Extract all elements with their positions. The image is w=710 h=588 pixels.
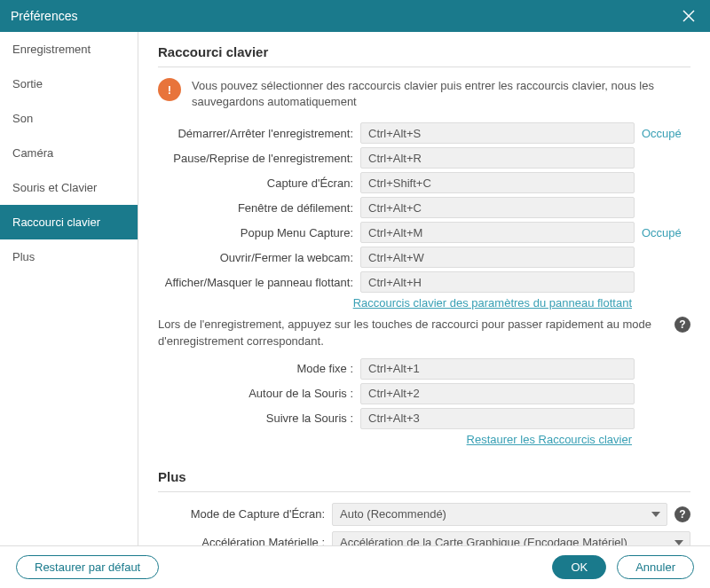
help-icon[interactable]: ? bbox=[674, 317, 690, 333]
field-label: Mode fixe : bbox=[158, 362, 353, 375]
sidebar-item-output[interactable]: Sortie bbox=[0, 67, 138, 101]
shortcut-row-pause: Pause/Reprise de l'enregistrement: bbox=[158, 147, 690, 169]
shortcut-input-start-stop[interactable] bbox=[360, 122, 635, 144]
main-panel: Raccourci clavier ! Vous pouvez sélectio… bbox=[138, 32, 710, 545]
shortcut-input-screenshot[interactable] bbox=[360, 172, 635, 193]
info-row: ! Vous pouvez sélectionner des raccourci… bbox=[158, 78, 690, 110]
sidebar: Enregistrement Sortie Son Caméra Souris … bbox=[0, 32, 138, 545]
field-label: Pause/Reprise de l'enregistrement: bbox=[158, 152, 353, 165]
sidebar-item-shortcuts[interactable]: Raccourci clavier bbox=[0, 205, 138, 239]
sidebar-item-camera[interactable]: Caméra bbox=[0, 136, 138, 170]
field-label: Afficher/Masquer le panneau flottant: bbox=[158, 276, 353, 289]
restore-defaults-button[interactable]: Restaurer par défaut bbox=[16, 555, 159, 579]
field-label: Ouvrir/Fermer la webcam: bbox=[158, 251, 353, 264]
window-title: Préférences bbox=[11, 9, 77, 23]
alert-icon: ! bbox=[158, 78, 181, 101]
shortcut-input-popup[interactable] bbox=[360, 222, 635, 243]
cancel-button[interactable]: Annuler bbox=[617, 555, 694, 579]
ok-button[interactable]: OK bbox=[552, 555, 606, 579]
sidebar-item-more[interactable]: Plus bbox=[0, 239, 138, 274]
field-label: Fenêtre de défilement: bbox=[158, 201, 353, 215]
shortcut-row-start-stop: Démarrer/Arrêter l'enregistrement: Occup… bbox=[158, 122, 690, 144]
mode-row-around-mouse: Autour de la Souris : bbox=[158, 383, 690, 404]
status-badge: Occupé bbox=[642, 226, 690, 239]
shortcut-row-webcam: Ouvrir/Fermer la webcam: bbox=[158, 247, 690, 268]
shortcut-input-scroll[interactable] bbox=[360, 197, 635, 218]
titlebar: Préférences bbox=[0, 0, 710, 32]
capture-mode-select[interactable]: Auto (Recommendé) bbox=[332, 503, 667, 526]
help-icon[interactable]: ? bbox=[674, 506, 690, 522]
section-title-shortcuts: Raccourci clavier bbox=[158, 44, 690, 67]
mode-row-fixed: Mode fixe : bbox=[158, 358, 690, 380]
sidebar-item-sound[interactable]: Son bbox=[0, 101, 138, 136]
shortcut-row-scroll: Fenêtre de défilement: bbox=[158, 197, 690, 218]
status-badge: Occupé bbox=[642, 127, 690, 140]
mode-input-fixed[interactable] bbox=[360, 358, 635, 380]
sidebar-item-mouse-keyboard[interactable]: Souris et Clavier bbox=[0, 170, 138, 205]
footer: Restaurer par défaut OK Annuler bbox=[0, 545, 710, 588]
mode-input-follow-mouse[interactable] bbox=[360, 408, 635, 429]
shortcut-row-screenshot: Capture d'Écran: bbox=[158, 172, 690, 193]
field-label: Accélération Matérielle : bbox=[158, 536, 325, 545]
hint-text: Lors de l'enregistrement, appuyez sur le… bbox=[158, 317, 667, 349]
info-text: Vous pouvez sélectionner des raccourcis … bbox=[192, 78, 690, 110]
shortcut-row-popup: Popup Menu Capture: Occupé bbox=[158, 222, 690, 243]
field-label: Autour de la Souris : bbox=[158, 387, 353, 400]
mode-row-follow-mouse: Suivre la Souris : bbox=[158, 408, 690, 429]
close-icon[interactable] bbox=[678, 5, 699, 27]
field-label: Suivre la Souris : bbox=[158, 412, 353, 425]
hw-accel-row: Accélération Matérielle : Accélération d… bbox=[158, 531, 690, 545]
sidebar-item-recording[interactable]: Enregistrement bbox=[0, 32, 138, 67]
shortcut-row-float-panel: Afficher/Masquer le panneau flottant: bbox=[158, 271, 690, 293]
capture-mode-row: Mode de Capture d'Écran: Auto (Recommend… bbox=[158, 503, 690, 526]
section-title-plus: Plus bbox=[158, 469, 690, 492]
shortcut-input-pause[interactable] bbox=[360, 147, 635, 169]
shortcut-input-float-panel[interactable] bbox=[360, 271, 635, 293]
mode-input-around-mouse[interactable] bbox=[360, 383, 635, 404]
field-label: Popup Menu Capture: bbox=[158, 226, 353, 239]
shortcut-input-webcam[interactable] bbox=[360, 247, 635, 268]
restore-shortcuts-link[interactable]: Restaurer les Raccourcis clavier bbox=[467, 433, 632, 446]
field-label: Capture d'Écran: bbox=[158, 176, 353, 190]
hw-accel-select[interactable]: Accélération de la Carte Graphique (Enco… bbox=[332, 531, 690, 545]
field-label: Démarrer/Arrêter l'enregistrement: bbox=[158, 127, 353, 140]
float-panel-settings-link[interactable]: Raccourcis clavier des paramètres du pan… bbox=[353, 296, 632, 310]
field-label: Mode de Capture d'Écran: bbox=[158, 507, 325, 521]
hint-row: Lors de l'enregistrement, appuyez sur le… bbox=[158, 317, 690, 349]
